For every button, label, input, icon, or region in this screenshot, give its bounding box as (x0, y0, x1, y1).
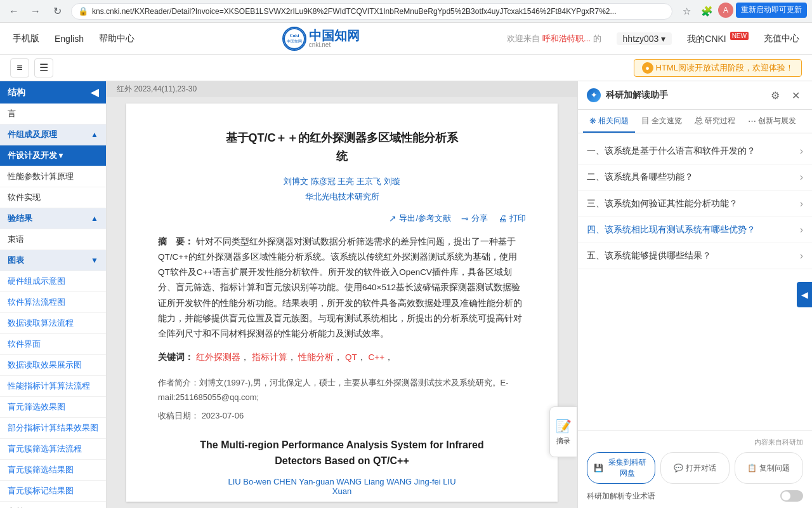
sidebar-title: 结构 (8, 87, 25, 98)
sidebar-item-perf-flow[interactable]: 性能指标计算算法流程 (0, 376, 106, 397)
ai-settings-button[interactable]: ⚙ (768, 88, 783, 103)
en-authors: LIU Bo-wen CHEN Yan-guan WANG Liang WANG… (158, 477, 526, 496)
my-cnki-item[interactable]: 我的CNKI NEW (687, 32, 749, 45)
ai-question-2-chevron: › (800, 171, 803, 183)
innovation-tab-icon: ⋯ (748, 116, 756, 126)
save-icon: 💾 (594, 464, 603, 472)
ai-footer-note: 内容来自科研加 (587, 438, 803, 447)
author-info: 作者简介：刘博文(1997-),男，河北保定人，硕士，主要从事红外探测器测试技术… (158, 375, 526, 405)
sidebar-item-conclusion[interactable]: 束语 (0, 229, 106, 250)
list-view-button[interactable]: ≡ (10, 58, 29, 77)
svg-text:Cnki: Cnki (289, 33, 299, 38)
sidebar-item-figures[interactable]: 图表▼ (0, 250, 106, 271)
ai-question-3[interactable]: 三、该系统如何验证其性能分析功能？ › (578, 191, 812, 217)
username-menu[interactable]: hhtzy003 ▾ (617, 32, 672, 45)
sidebar-item-software-impl[interactable]: 软件实现 (0, 187, 106, 208)
ai-tab-overview[interactable]: 目 全文速览 (635, 110, 688, 133)
sidebar-item-components[interactable]: 件组成及原理▲ (0, 124, 106, 145)
receipt-date-value: 2023-07-06 (202, 411, 244, 420)
keyword-cpp[interactable]: C++ (369, 352, 385, 362)
logo-circle: Cnki 中国知网 (282, 27, 306, 51)
nav-left: 手机版 English 帮助中心 (13, 33, 134, 44)
copy-question-button[interactable]: 📋 复制问题 (735, 452, 803, 484)
svg-text:中国知网: 中国知网 (287, 39, 302, 43)
sidebar-header: 结构 ◀ (0, 81, 106, 104)
sidebar-item-blind-mark[interactable]: 盲元簇标记结果图 (0, 481, 106, 502)
svg-point-0 (284, 29, 304, 49)
paper-institute: 华北光电技术研究所 (158, 191, 526, 203)
sidebar-item-design[interactable]: 件设计及开发▼ (0, 145, 106, 166)
ai-toggle-switch[interactable] (780, 490, 803, 502)
back-button[interactable]: ← (5, 3, 23, 20)
star-button[interactable]: ☆ (678, 3, 695, 20)
sidebar-item-hw-diagram[interactable]: 硬件组成示意图 (0, 271, 106, 292)
keyword-qt[interactable]: QT (345, 352, 357, 362)
paper-label: 红外 2023,44(11),23-30 (107, 81, 577, 97)
en-title: The Multi-region Performance Analysis Sy… (158, 437, 526, 469)
sidebar-item-sw-flowchart[interactable]: 软件算法流程图 (0, 292, 106, 313)
logo-brand: 中国知网 cnki.net (309, 29, 360, 48)
sidebar-item-sw-ui[interactable]: 软件界面 (0, 334, 106, 355)
refresh-button[interactable]: ↻ (48, 3, 66, 20)
help-nav-item[interactable]: 帮助中心 (99, 33, 134, 44)
share-button[interactable]: ⊸ 分享 (461, 213, 488, 224)
mobile-nav-item[interactable]: 手机版 (13, 33, 39, 44)
forward-button[interactable]: → (27, 3, 44, 20)
outline-view-button[interactable]: ☰ (34, 58, 53, 77)
paper-actions: ↗ 导出/参考文献 ⊸ 分享 🖨 打印 (158, 213, 526, 224)
sidebar-item-blind-cluster[interactable]: 盲元簇筛选算法流程 (0, 439, 106, 460)
sidebar-item-data-display[interactable]: 数据读取效果展示图 (0, 355, 106, 376)
ai-footer: 内容来自科研加 💾 采集到科研网盘 💬 打开对话 📋 复制问题 (578, 431, 812, 508)
address-bar[interactable]: 🔒 kns.cnki.net/KXReader/Detail?Invoice=X… (71, 3, 672, 20)
ai-tab-related[interactable]: ❋ 相关问题 (583, 110, 635, 133)
ai-question-2[interactable]: 二、该系统具备哪些功能？ › (578, 164, 812, 190)
ai-toggle-label: 科研加解析专业术语 (587, 491, 655, 502)
english-nav-item[interactable]: English (55, 34, 84, 44)
keyword-infrared[interactable]: 红外探测器 (196, 352, 240, 362)
sidebar-item-references[interactable]: 文献 (0, 502, 106, 508)
ai-panel-header: ✦ 科研加解读助手 ⚙ ✕ (578, 81, 812, 110)
toolbar-left: ≡ ☰ (10, 58, 53, 77)
notification-button[interactable]: 重新启动即可更新 (736, 3, 807, 18)
sidebar-item-data-read[interactable]: 数据读取算法流程 (0, 313, 106, 334)
sidebar-item-blind-filter[interactable]: 盲元筛选效果图 (0, 397, 106, 418)
sidebar-item-yan[interactable]: 言 (0, 104, 106, 124)
export-button[interactable]: ↗ 导出/参考文献 (389, 213, 451, 224)
ai-close-button[interactable]: ✕ (788, 88, 803, 103)
ai-tab-innovation[interactable]: ⋯ 创新与展发 (742, 110, 802, 133)
sidebar-item-perf-calc[interactable]: 性能参数计算原理 (0, 166, 106, 187)
sidebar-item-partial-results[interactable]: 部分指标计算结果效果图 (0, 418, 106, 439)
ai-question-1[interactable]: 一、该系统是基于什么语言和软件开发的？ › (578, 138, 812, 164)
ai-panel-controls: ⚙ ✕ (768, 88, 803, 103)
keywords-label: 关键词： (158, 352, 193, 362)
keyword-index[interactable]: 指标计算 (252, 352, 287, 362)
sidebar-item-blind-cluster-result[interactable]: 盲元簇筛选结果图 (0, 460, 106, 481)
ai-question-4[interactable]: 四、该系统相比现有测试系统有哪些优势？ › (578, 217, 812, 243)
overview-tab-icon: 目 (641, 115, 650, 126)
profile-button[interactable]: A (718, 3, 733, 18)
html-notice-icon: ● (642, 62, 653, 74)
extensions-button[interactable]: 🧩 (698, 3, 716, 20)
browser-bar: ← → ↻ 🔒 kns.cnki.net/KXReader/Detail?Inv… (0, 0, 812, 23)
ai-tab-process[interactable]: 总 研究过程 (688, 110, 742, 133)
browser-actions: ☆ 🧩 A 重新启动即可更新 (678, 3, 807, 20)
paper: 基于QT/C＋＋的红外探测器多区域性能分析系 统 刘博文 陈彦冠 王亮 王京飞 … (126, 104, 558, 502)
sidebar-item-results[interactable]: 验结果▲ (0, 208, 106, 229)
paper-container[interactable]: 红外 2023,44(11),23-30 基于QT/C＋＋的红外探测器多区域性能… (107, 81, 577, 508)
ai-question-1-chevron: › (800, 145, 803, 157)
print-button[interactable]: 🖨 打印 (498, 213, 526, 224)
keyword-perf[interactable]: 性能分析 (298, 352, 334, 362)
ai-question-5[interactable]: 五、该系统能够提供哪些结果？ › (578, 243, 812, 269)
sidebar-collapse-button[interactable]: ◀ (91, 86, 98, 98)
save-to-disk-button[interactable]: 💾 采集到科研网盘 (587, 452, 655, 484)
content-area: 红外 2023,44(11),23-30 基于QT/C＋＋的红外探测器多区域性能… (107, 81, 812, 508)
floating-note-button[interactable]: 📝 摘录 (549, 406, 577, 457)
ai-panel-collapse-button[interactable]: ◀ (797, 282, 812, 307)
ai-question-1-text: 一、该系统是基于什么语言和软件开发的？ (587, 145, 800, 157)
paper-journal-label: 红外 2023,44(11),23-30 (117, 84, 197, 93)
open-dialog-button[interactable]: 💬 打开对话 (660, 452, 729, 484)
logo[interactable]: Cnki 中国知网 中国知网 cnki.net (282, 27, 360, 51)
ai-panel: ✦ 科研加解读助手 ⚙ ✕ ❋ 相关问题 目 全文速览 (577, 81, 812, 508)
ai-content: 一、该系统是基于什么语言和软件开发的？ › 二、该系统具备哪些功能？ › 三、该… (578, 133, 812, 431)
recharge-item[interactable]: 充值中心 (764, 33, 799, 44)
